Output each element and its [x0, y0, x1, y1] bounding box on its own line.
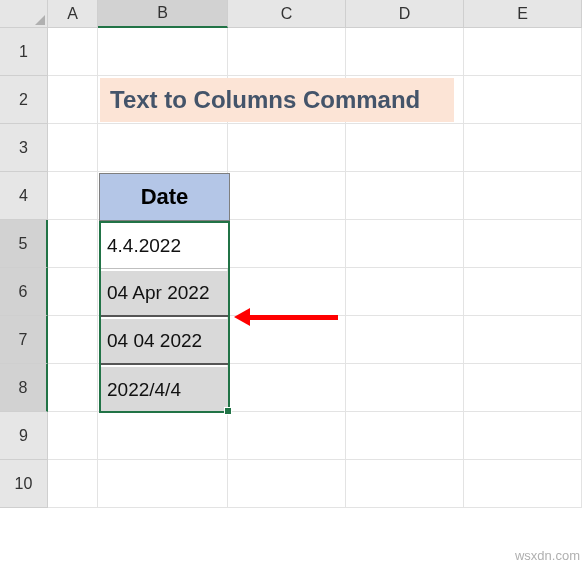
cell-E8[interactable] [464, 364, 582, 412]
arrow-annotation [234, 308, 342, 326]
table-row[interactable]: 2022/4/4 [101, 367, 228, 413]
table-row[interactable]: 4.4.2022 [101, 223, 228, 269]
cell-E4[interactable] [464, 172, 582, 220]
cell-A5[interactable] [48, 220, 98, 268]
cell-B1[interactable] [98, 28, 228, 76]
table-header-date[interactable]: Date [99, 173, 230, 221]
cell-D4[interactable] [346, 172, 464, 220]
cell-A9[interactable] [48, 412, 98, 460]
cell-C4[interactable] [228, 172, 346, 220]
cell-C1[interactable] [228, 28, 346, 76]
cell-C3[interactable] [228, 124, 346, 172]
row-header-10[interactable]: 10 [0, 460, 48, 508]
cell-A1[interactable] [48, 28, 98, 76]
watermark-text: wsxdn.com [515, 548, 580, 563]
cell-A7[interactable] [48, 316, 98, 364]
cell-C8[interactable] [228, 364, 346, 412]
row-header-2[interactable]: 2 [0, 76, 48, 124]
cell-D3[interactable] [346, 124, 464, 172]
cell-A6[interactable] [48, 268, 98, 316]
cell-A8[interactable] [48, 364, 98, 412]
col-header-A[interactable]: A [48, 0, 98, 28]
cell-D6[interactable] [346, 268, 464, 316]
cell-E5[interactable] [464, 220, 582, 268]
row-header-7[interactable]: 7 [0, 316, 48, 364]
cell-D7[interactable] [346, 316, 464, 364]
cell-E1[interactable] [464, 28, 582, 76]
select-all-corner[interactable] [0, 0, 48, 28]
row-header-4[interactable]: 4 [0, 172, 48, 220]
cell-E6[interactable] [464, 268, 582, 316]
cell-D5[interactable] [346, 220, 464, 268]
cell-A10[interactable] [48, 460, 98, 508]
table-row[interactable]: 04 Apr 2022 [101, 271, 228, 317]
col-header-D[interactable]: D [346, 0, 464, 28]
cell-C10[interactable] [228, 460, 346, 508]
cell-D9[interactable] [346, 412, 464, 460]
row-header-6[interactable]: 6 [0, 268, 48, 316]
cell-A2[interactable] [48, 76, 98, 124]
cell-E3[interactable] [464, 124, 582, 172]
table-row[interactable]: 04 04 2022 [101, 319, 228, 365]
page-title: Text to Columns Command [100, 78, 454, 122]
spreadsheet-grid[interactable]: A B C D E 1 2 3 4 5 6 7 8 9 [0, 0, 588, 508]
cell-D8[interactable] [346, 364, 464, 412]
row-header-9[interactable]: 9 [0, 412, 48, 460]
row-header-8[interactable]: 8 [0, 364, 48, 412]
row-header-3[interactable]: 3 [0, 124, 48, 172]
cell-E7[interactable] [464, 316, 582, 364]
cell-E2[interactable] [464, 76, 582, 124]
cell-D1[interactable] [346, 28, 464, 76]
col-header-E[interactable]: E [464, 0, 582, 28]
cell-C5[interactable] [228, 220, 346, 268]
cell-E10[interactable] [464, 460, 582, 508]
row-header-1[interactable]: 1 [0, 28, 48, 76]
cell-B9[interactable] [98, 412, 228, 460]
cell-C9[interactable] [228, 412, 346, 460]
cell-B3[interactable] [98, 124, 228, 172]
cell-D10[interactable] [346, 460, 464, 508]
cell-A3[interactable] [48, 124, 98, 172]
cell-E9[interactable] [464, 412, 582, 460]
cell-B10[interactable] [98, 460, 228, 508]
col-header-C[interactable]: C [228, 0, 346, 28]
arrow-line [246, 315, 338, 320]
col-header-B[interactable]: B [98, 0, 228, 28]
cell-A4[interactable] [48, 172, 98, 220]
row-header-5[interactable]: 5 [0, 220, 48, 268]
